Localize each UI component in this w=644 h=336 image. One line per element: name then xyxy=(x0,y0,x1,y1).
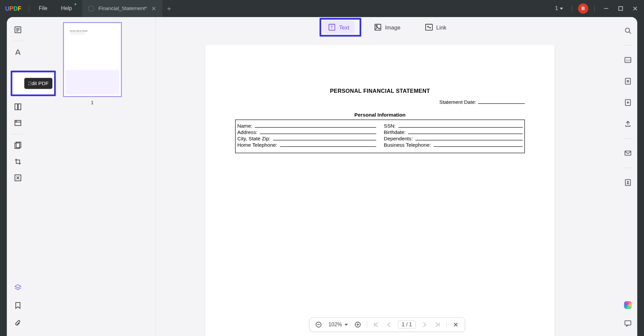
compress-tool[interactable] xyxy=(11,171,25,185)
tooltip-arrow xyxy=(28,81,31,86)
separator xyxy=(572,5,572,12)
separator xyxy=(29,5,30,12)
section-heading: Personal Information xyxy=(235,112,525,118)
tab-close-icon[interactable]: ✕ xyxy=(151,5,156,12)
field-label: Name: xyxy=(237,123,252,129)
export-button[interactable] xyxy=(621,176,635,190)
svg-rect-27 xyxy=(625,321,631,325)
page-indicator[interactable]: 1 / 1 xyxy=(398,320,416,329)
open-files-dropdown[interactable]: 1 xyxy=(552,6,566,12)
right-tool-rail: OCR xyxy=(619,17,637,336)
email-button[interactable] xyxy=(621,146,635,160)
field-label: Address: xyxy=(237,129,257,135)
maximize-button[interactable] xyxy=(615,3,626,14)
svg-point-18 xyxy=(625,28,630,32)
svg-rect-11 xyxy=(18,104,21,110)
svg-text:T: T xyxy=(331,25,333,30)
user-avatar[interactable]: B xyxy=(578,3,588,13)
document-tab[interactable]: Financial_Statement* ✕ xyxy=(82,0,162,17)
edit-text-button[interactable]: T Text xyxy=(323,21,355,33)
separator xyxy=(13,134,23,134)
prev-page-button[interactable] xyxy=(383,319,394,330)
separator xyxy=(367,321,367,328)
edit-link-label: Link xyxy=(436,24,446,30)
separator xyxy=(13,41,23,41)
thumbnail-preview: PERSONAL FINANCIAL STATEMENT────────────… xyxy=(70,30,115,34)
field-label: Dependents: xyxy=(384,136,413,142)
close-bar-button[interactable] xyxy=(450,319,462,330)
svg-point-23 xyxy=(627,80,629,82)
thumbnail-page-number: 1 xyxy=(63,99,121,106)
separator xyxy=(624,167,632,168)
edit-image-button[interactable]: Image xyxy=(369,21,406,33)
field-label: SSN: xyxy=(384,123,396,129)
bookmark-tool[interactable] xyxy=(11,299,25,313)
annotate-tool[interactable] xyxy=(11,46,25,59)
statement-date: Statement Date: xyxy=(235,99,525,105)
svg-rect-22 xyxy=(625,78,630,84)
field-label: City, State Zip: xyxy=(237,136,270,142)
text-icon: T xyxy=(328,23,336,31)
svg-point-14 xyxy=(16,121,16,121)
crop-tool[interactable] xyxy=(11,155,25,169)
svg-line-19 xyxy=(629,32,631,33)
menu-file[interactable]: File xyxy=(32,0,54,17)
chevron-down-icon xyxy=(344,324,348,326)
svg-point-31 xyxy=(376,25,377,27)
form-tool[interactable] xyxy=(11,116,25,130)
svg-rect-10 xyxy=(15,104,17,110)
left-tool-rail xyxy=(7,17,29,336)
redact-tool[interactable] xyxy=(11,139,25,152)
edit-link-button[interactable]: Link xyxy=(420,21,451,33)
zoom-dropdown[interactable]: 102% xyxy=(326,322,351,328)
pdf-page[interactable]: PERSONAL FINANCIAL STATEMENT Statement D… xyxy=(205,45,554,336)
organize-pages-tool[interactable] xyxy=(11,100,25,114)
layers-tool[interactable] xyxy=(11,281,25,294)
document-canvas: T Text Image Link PERSONAL FINANCIAL STA… xyxy=(156,17,619,336)
edit-image-label: Image xyxy=(385,24,400,30)
page-thumbnail[interactable]: PERSONAL FINANCIAL STATEMENT────────────… xyxy=(63,22,121,97)
unsaved-icon xyxy=(88,6,94,12)
share-button[interactable] xyxy=(621,117,635,131)
flatten-button[interactable] xyxy=(621,96,635,110)
last-page-button[interactable] xyxy=(432,319,443,330)
tab-title: Financial_Statement* xyxy=(98,6,147,12)
first-page-button[interactable] xyxy=(371,319,382,330)
svg-text:OCR: OCR xyxy=(626,59,632,62)
separator xyxy=(624,138,632,139)
app-shell: Edit PDF PERSONAL FINANCIAL STATEMENT───… xyxy=(7,17,637,336)
info-table: Name: Address: City, State Zip: Home Tel… xyxy=(235,120,525,153)
zoom-in-button[interactable] xyxy=(352,319,363,330)
ocr-button[interactable]: OCR xyxy=(621,53,635,67)
search-button[interactable] xyxy=(621,24,635,38)
reader-tool[interactable] xyxy=(11,23,25,37)
new-tab-button[interactable]: ＋ xyxy=(162,4,176,13)
update-indicator xyxy=(74,3,76,5)
field-label: Home Telephone: xyxy=(237,142,277,148)
comment-button[interactable] xyxy=(621,317,635,330)
app-logo: UPDF xyxy=(0,5,26,12)
edit-toolbar: T Text Image Link xyxy=(323,17,451,38)
separator xyxy=(594,5,595,12)
edit-pdf-highlight: Edit PDF xyxy=(11,71,56,96)
chevron-down-icon xyxy=(560,7,563,9)
zoom-out-button[interactable] xyxy=(313,319,324,330)
next-page-button[interactable] xyxy=(419,319,430,330)
protect-button[interactable] xyxy=(621,74,635,88)
image-icon xyxy=(374,23,382,31)
link-icon xyxy=(425,23,433,31)
ai-icon[interactable] xyxy=(624,301,632,309)
field-label: Birthdate: xyxy=(384,129,406,135)
doc-title: PERSONAL FINANCIAL STATEMENT xyxy=(235,88,525,94)
field-label: Business Telephone: xyxy=(384,142,431,148)
attachment-tool[interactable] xyxy=(11,317,25,330)
edit-text-label: Text xyxy=(339,24,349,30)
titlebar: UPDF File Help Financial_Statement* ✕ ＋ … xyxy=(0,0,644,17)
svg-rect-25 xyxy=(625,151,631,155)
close-button[interactable] xyxy=(630,3,641,14)
separator xyxy=(446,321,447,328)
zoom-page-bar: 102% 1 / 1 xyxy=(309,317,465,332)
svg-rect-1 xyxy=(619,7,623,10)
menu-help[interactable]: Help xyxy=(54,0,79,17)
minimize-button[interactable] xyxy=(601,3,612,14)
